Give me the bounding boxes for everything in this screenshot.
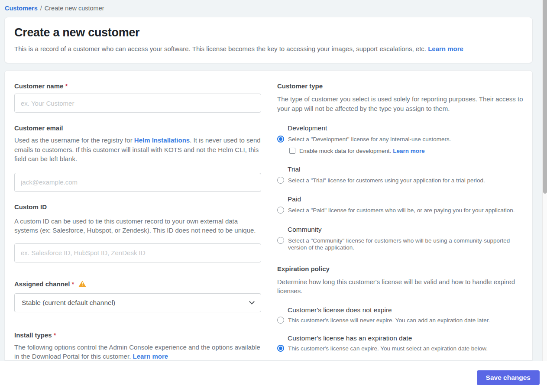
customer-name-label: Customer name *: [14, 82, 261, 90]
assigned-channel-required-mark: *: [71, 280, 74, 288]
customer-type-option-development: Development Select a "Development" licen…: [277, 124, 524, 154]
page-header-card: Create a new customer This is a record o…: [4, 17, 533, 63]
customer-name-required-mark: *: [65, 82, 68, 90]
vertical-scrollbar[interactable]: [542, 0, 547, 361]
install-types-label: Install types *: [14, 331, 261, 339]
customer-type-label: Customer type: [277, 82, 524, 90]
community-radio[interactable]: [277, 237, 284, 244]
custom-id-label: Custom ID: [14, 203, 261, 211]
no-expire-option-title: Customer's license does not expire: [288, 306, 524, 314]
paid-option-description: Select a "Paid" license for customers wh…: [288, 207, 515, 214]
assigned-channel-select[interactable]: Stable (current default channel): [14, 293, 261, 312]
trial-radio[interactable]: [277, 177, 284, 184]
customer-form-card: Customer name * Customer email Used as t…: [4, 70, 533, 360]
warning-icon: [78, 281, 86, 287]
expiration-option-has-date: Customer's license has an expiration dat…: [277, 334, 524, 353]
customer-type-option-trial: Trial Select a "Trial" license for custo…: [277, 165, 524, 185]
assigned-channel-label: Assigned channel *: [14, 280, 261, 288]
community-option-description: Select a "Community" license for custome…: [288, 237, 524, 252]
enable-mock-data-checkbox[interactable]: [289, 148, 295, 154]
customer-type-description: The type of customer you select is used …: [277, 94, 524, 113]
expiration-policy-label-text: Expiration policy: [277, 265, 330, 272]
expiration-policy-description: Determine how long this customer's licen…: [277, 277, 524, 296]
header-learn-more-link[interactable]: Learn more: [428, 45, 463, 52]
expiration-policy-label: Expiration policy: [277, 265, 524, 272]
customer-email-input[interactable]: [14, 173, 261, 192]
breadcrumb-current: Create new customer: [45, 5, 104, 12]
scrollbar-thumb[interactable]: [543, 0, 547, 194]
breadcrumb-customers-link[interactable]: Customers: [5, 5, 38, 12]
custom-id-description: A custom ID can be used to tie this cust…: [14, 217, 261, 235]
sticky-footer: Save changes: [0, 361, 547, 392]
chevron-down-icon: [249, 299, 255, 305]
development-radio[interactable]: [277, 136, 284, 143]
mock-data-learn-more-link[interactable]: Learn more: [393, 148, 425, 154]
page-content: Customers/Create new customer Create a n…: [4, 0, 533, 360]
customer-name-input[interactable]: [14, 94, 261, 113]
page-title: Create a new customer: [14, 26, 523, 39]
form-left-column: Customer name * Customer email Used as t…: [14, 82, 261, 360]
assigned-channel-label-text: Assigned channel: [14, 280, 70, 288]
breadcrumb: Customers/Create new customer: [4, 0, 533, 17]
assigned-channel-selected-value: Stable (current default channel): [22, 299, 115, 307]
custom-id-input[interactable]: [14, 243, 261, 262]
install-types-description: The following options control the Admin …: [14, 343, 261, 361]
has-date-radio[interactable]: [277, 345, 284, 352]
expiration-policy-options: Customer's license does not expire This …: [277, 306, 524, 353]
expiration-option-no-expire: Customer's license does not expire This …: [277, 306, 524, 324]
custom-id-label-text: Custom ID: [14, 203, 47, 211]
paid-radio[interactable]: [277, 207, 284, 214]
page-description-text: This is a record of a customer who can a…: [14, 45, 426, 52]
community-option-title: Community: [288, 226, 524, 233]
has-date-option-description: This customer's license can expire. You …: [288, 345, 488, 353]
customer-name-label-text: Customer name: [14, 82, 63, 90]
breadcrumb-separator: /: [40, 5, 42, 12]
customer-type-option-community: Community Select a "Community" license f…: [277, 226, 524, 252]
customer-type-option-paid: Paid Select a "Paid" license for custome…: [277, 195, 524, 214]
enable-mock-data-label-text: Enable mock data for development.: [299, 148, 393, 154]
install-types-learn-more-link[interactable]: Learn more: [133, 353, 168, 360]
form-right-column: Customer type The type of customer you s…: [277, 82, 524, 360]
install-types-label-text: Install types: [14, 331, 52, 339]
paid-option-title: Paid: [288, 195, 524, 203]
trial-option-title: Trial: [288, 165, 524, 173]
helm-installations-link[interactable]: Helm Installations: [134, 136, 190, 144]
customer-type-options: Development Select a "Development" licen…: [277, 124, 524, 252]
no-expire-radio[interactable]: [277, 317, 284, 324]
development-option-description: Select a "Development" license for any i…: [288, 136, 451, 143]
customer-type-label-text: Customer type: [277, 82, 323, 90]
page-description: This is a record of a customer who can a…: [14, 45, 523, 52]
mock-data-row: Enable mock data for development. Learn …: [289, 148, 524, 154]
install-types-required-mark: *: [54, 331, 56, 339]
customer-email-label-text: Customer email: [14, 124, 63, 132]
save-changes-button[interactable]: Save changes: [477, 370, 540, 385]
enable-mock-data-label: Enable mock data for development. Learn …: [299, 148, 425, 154]
trial-option-description: Select a "Trial" license for customers u…: [288, 177, 485, 185]
development-option-title: Development: [288, 124, 524, 132]
customer-email-description: Used as the username for the registry fo…: [14, 136, 261, 164]
customer-email-label: Customer email: [14, 124, 261, 132]
customer-email-desc-pre: Used as the username for the registry fo…: [14, 136, 134, 144]
has-date-option-title: Customer's license has an expiration dat…: [288, 334, 524, 342]
no-expire-option-description: This customer's license will never expir…: [288, 317, 490, 324]
